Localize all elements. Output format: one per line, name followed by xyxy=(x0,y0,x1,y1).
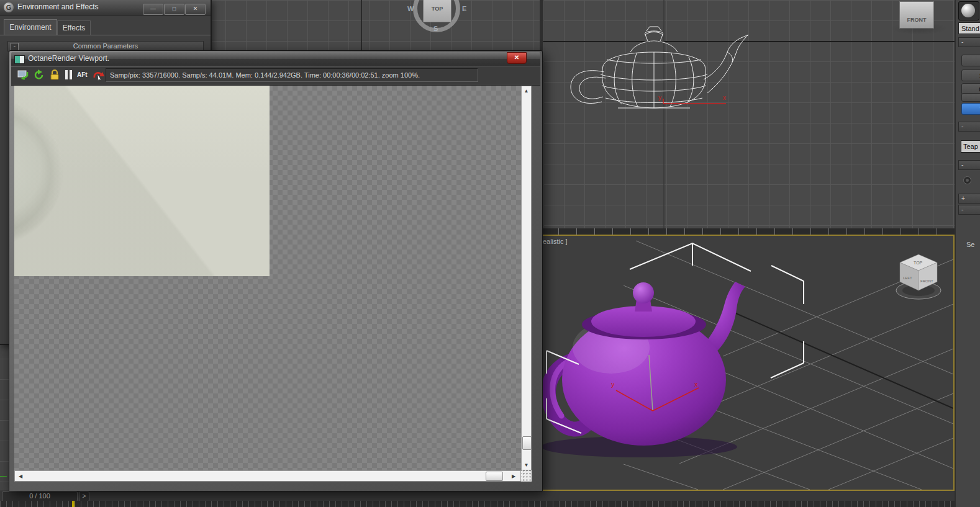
rollout-keyboard-entry[interactable]: + xyxy=(958,194,980,204)
octane-render-window: OctaneRender Viewport. ✕ AFt Samp/pix: 3… xyxy=(9,50,543,491)
scroll-right-icon[interactable]: ▶ xyxy=(510,473,517,479)
stop-render-icon[interactable] xyxy=(92,70,104,84)
perspective-grid-major-line xyxy=(726,309,953,408)
window-resize-grip[interactable] xyxy=(521,470,532,482)
tab-effects[interactable]: Effects xyxy=(57,20,91,35)
compass-west-label: W xyxy=(407,5,414,12)
viewcube-front-face[interactable]: FRONT xyxy=(899,1,934,29)
octane-window-icon xyxy=(14,55,25,64)
octane-close-button[interactable]: ✕ xyxy=(507,52,527,64)
scroll-up-icon[interactable]: ▲ xyxy=(522,88,531,94)
front-viewport-canvas: y x xyxy=(543,0,955,228)
octane-window-title: OctaneRender Viewport. xyxy=(28,54,109,63)
rollout-object-type[interactable]: - xyxy=(958,37,980,47)
vertical-scroll-thumb[interactable] xyxy=(522,436,532,450)
rollout-name-color[interactable]: - xyxy=(958,122,980,132)
sphere-icon xyxy=(961,4,975,17)
viewcube-top-face[interactable]: TOP xyxy=(423,0,451,22)
persp-cube-top-label: TOP xyxy=(914,261,923,265)
object-button-4[interactable]: - xyxy=(961,93,980,102)
perspective-canvas: y x TOP LEFT FRONT xyxy=(537,236,953,490)
timeline-bar: 0 / 100 > xyxy=(0,491,955,501)
command-panel: Stand - S C - T - Teap - + - Se xyxy=(955,0,980,507)
render-canvas[interactable] xyxy=(14,86,521,470)
object-button-sphere[interactable]: S xyxy=(961,70,980,81)
horizontal-scroll-thumb[interactable] xyxy=(486,472,503,481)
viewport-left-sliver xyxy=(0,338,9,490)
rollout-parameters[interactable]: - xyxy=(958,205,980,215)
octane-toolbar: AFt Samp/pix: 3357/16000. Samp/s: 44.01M… xyxy=(11,66,540,86)
vertical-scrollbar[interactable]: ▲ ▼ xyxy=(521,86,532,470)
rendered-image xyxy=(14,86,270,276)
perspective-axis-y-label: y xyxy=(611,380,615,388)
track-bar[interactable] xyxy=(0,501,955,507)
viewcube-perspective[interactable]: TOP LEFT FRONT xyxy=(896,254,941,299)
lock-resolution-icon[interactable] xyxy=(50,69,60,83)
viewport-perspective[interactable]: y x TOP LEFT FRONT xyxy=(535,235,955,491)
octane-title-bar[interactable]: OctaneRender Viewport. ✕ xyxy=(11,52,540,66)
material-sphere-button[interactable] xyxy=(958,1,979,20)
tab-environment[interactable]: Environment xyxy=(4,19,57,35)
compass-east-label: E xyxy=(462,5,466,12)
category-dropdown[interactable]: Stand xyxy=(958,22,980,34)
front-axis-y-label: y xyxy=(658,94,661,101)
persp-cube-front-label: FRONT xyxy=(920,279,933,283)
env-close-button[interactable]: ✕ xyxy=(185,4,206,15)
viewport-front[interactable]: y x xyxy=(543,0,955,228)
perspective-axis-x-label: x xyxy=(694,380,698,388)
scroll-down-icon[interactable]: ▼ xyxy=(522,462,531,468)
antialiasing-filter-icon[interactable]: AFt xyxy=(77,71,88,78)
app-logo-icon: G xyxy=(4,2,14,12)
track-bar-marker[interactable] xyxy=(72,501,75,507)
save-image-icon[interactable] xyxy=(17,70,29,83)
next-frame-button[interactable]: > xyxy=(79,491,89,501)
left-viewport-green-axis xyxy=(0,476,7,477)
env-minimize-button[interactable]: — xyxy=(143,4,163,15)
object-button-teapot-active[interactable]: T xyxy=(961,103,980,115)
pause-render-icon[interactable] xyxy=(65,70,73,79)
env-tab-divider xyxy=(0,35,211,35)
front-axis-x-label: x xyxy=(723,94,726,101)
object-button-1[interactable] xyxy=(961,55,980,66)
rollout-creation-method[interactable]: - xyxy=(958,160,980,170)
render-status-text: Samp/pix: 3357/16000. Samp/s: 44.01M. Me… xyxy=(106,68,478,82)
restart-render-icon[interactable] xyxy=(34,70,45,83)
horizontal-scrollbar[interactable]: ◀ ▶ xyxy=(14,470,521,482)
env-title-bar[interactable]: G Environment and Effects —□✕ xyxy=(0,0,211,16)
compass-south-label: S xyxy=(433,25,438,32)
rollout-common-parameters-title: Common Parameters xyxy=(73,42,138,50)
time-slider[interactable]: 0 / 100 xyxy=(2,491,78,501)
3dsmax-application: TOP W E S xyxy=(0,0,980,507)
scroll-left-icon[interactable]: ◀ xyxy=(17,473,24,479)
env-window-title: Environment and Effects xyxy=(17,2,99,11)
teapot-perspective[interactable] xyxy=(541,282,745,457)
parameters-label-fragment: Se xyxy=(966,241,974,248)
object-name-field[interactable]: Teap xyxy=(961,140,980,153)
persp-cube-left-label: LEFT xyxy=(903,276,912,280)
env-maximize-button[interactable]: □ xyxy=(164,4,184,15)
creation-method-radio[interactable] xyxy=(963,176,971,184)
